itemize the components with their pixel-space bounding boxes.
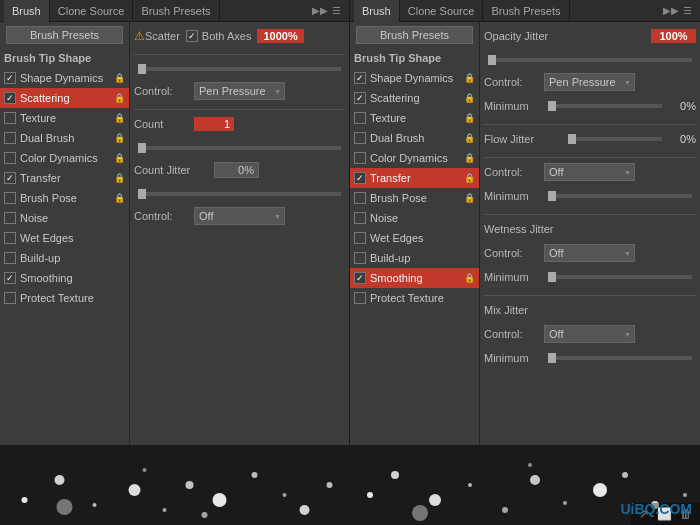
tab-clone-source-left[interactable]: Clone Source (50, 0, 134, 22)
checkbox-color-left[interactable] (4, 152, 16, 164)
shape-dynamics-right[interactable]: Shape Dynamics 🔒 (350, 68, 479, 88)
menu-icon-left[interactable]: ☰ (332, 5, 341, 16)
preset-btn-right[interactable]: Brush Presets (356, 26, 473, 44)
svg-point-17 (468, 483, 472, 487)
control3-row: Control: Off Pen Pressure (484, 243, 696, 263)
expand-icon-left[interactable]: ▶▶ (312, 5, 328, 16)
dual-brush-left[interactable]: Dual Brush 🔒 (0, 128, 129, 148)
noise-left[interactable]: Noise (0, 208, 129, 228)
control-label-right: Control: (484, 76, 544, 88)
brush-tip-shape-left[interactable]: Brush Tip Shape (0, 48, 129, 68)
checkbox-smooth-left[interactable] (4, 272, 16, 284)
brush-pose-left[interactable]: Brush Pose 🔒 (0, 188, 129, 208)
checkbox-shape-right[interactable] (354, 72, 366, 84)
control4-select[interactable]: Off Pen Pressure (544, 325, 635, 343)
buildup-left[interactable]: Build-up (0, 248, 129, 268)
count-jitter-input[interactable] (214, 162, 259, 178)
opacity-slider[interactable] (488, 58, 692, 62)
checkbox-noise-left[interactable] (4, 212, 16, 224)
checkbox-protect-right[interactable] (354, 292, 366, 304)
color-dynamics-left[interactable]: Color Dynamics 🔒 (0, 148, 129, 168)
checkbox-texture-right[interactable] (354, 112, 366, 124)
wetness-row: Wetness Jitter (484, 219, 696, 239)
checkbox-buildup-left[interactable] (4, 252, 16, 264)
tab-brush-left[interactable]: Brush (4, 0, 50, 22)
noise-right[interactable]: Noise (350, 208, 479, 228)
wet-edges-left[interactable]: Wet Edges (0, 228, 129, 248)
minimum2-slider[interactable] (548, 194, 692, 198)
shape-dynamics-left[interactable]: Shape Dynamics 🔒 (0, 68, 129, 88)
checkbox-buildup-right[interactable] (354, 252, 366, 264)
checkbox-color-right[interactable] (354, 152, 366, 164)
protect-texture-left[interactable]: Protect Texture (0, 288, 129, 308)
minimum3-slider[interactable] (548, 275, 692, 279)
wet-edges-right[interactable]: Wet Edges (350, 228, 479, 248)
transfer-left[interactable]: Transfer 🔒 (0, 168, 129, 188)
control2-select-wrapper-left: Off Pen Pressure (194, 207, 285, 225)
svg-point-22 (622, 472, 628, 478)
tab-brush-presets-right[interactable]: Brush Presets (483, 0, 569, 22)
tab-brush-presets-left[interactable]: Brush Presets (133, 0, 219, 22)
count-input[interactable] (194, 117, 234, 131)
expand-icon-right[interactable]: ▶▶ (663, 5, 679, 16)
checkbox-pose-left[interactable] (4, 192, 16, 204)
checkbox-scatter-right[interactable] (354, 92, 366, 104)
minimum4-slider[interactable] (548, 356, 692, 360)
opacity-jitter-label: Opacity Jitter (484, 30, 651, 42)
both-axes-label: Both Axes (202, 30, 252, 42)
checkbox-wet-left[interactable] (4, 232, 16, 244)
checkbox-dual-left[interactable] (4, 132, 16, 144)
control-select-right[interactable]: Pen Pressure Off (544, 73, 635, 91)
svg-point-14 (367, 492, 373, 498)
smoothing-right[interactable]: Smoothing 🔒 (350, 268, 479, 288)
checkbox-noise-right[interactable] (354, 212, 366, 224)
control4-label: Control: (484, 328, 544, 340)
buildup-right[interactable]: Build-up (350, 248, 479, 268)
wetness-label: Wetness Jitter (484, 223, 554, 235)
smoothing-left[interactable]: Smoothing (0, 268, 129, 288)
count-slider[interactable] (138, 146, 341, 150)
control2-select-left[interactable]: Off Pen Pressure (194, 207, 285, 225)
checkbox-wet-right[interactable] (354, 232, 366, 244)
checkbox-protect-left[interactable] (4, 292, 16, 304)
flow-jitter-slider[interactable] (568, 137, 662, 141)
preset-btn-left[interactable]: Brush Presets (6, 26, 123, 44)
count-jitter-slider[interactable] (138, 192, 341, 196)
checkbox-dual-right[interactable] (354, 132, 366, 144)
checkbox-pose-right[interactable] (354, 192, 366, 204)
color-dynamics-right[interactable]: Color Dynamics 🔒 (350, 148, 479, 168)
control-select-left[interactable]: Pen Pressure Off (194, 82, 285, 100)
checkbox-texture-left[interactable] (4, 112, 16, 124)
minimum-row: Minimum 0% (484, 96, 696, 116)
brush-pose-right[interactable]: Brush Pose 🔒 (350, 188, 479, 208)
checkbox-transfer-left[interactable] (4, 172, 16, 184)
transfer-right[interactable]: Transfer 🔒 (350, 168, 479, 188)
minimum-slider[interactable] (548, 104, 662, 108)
lock-scatter-right: 🔒 (464, 93, 475, 103)
texture-right[interactable]: Texture 🔒 (350, 108, 479, 128)
tab-clone-source-right[interactable]: Clone Source (400, 0, 484, 22)
scattering-right[interactable]: Scattering 🔒 (350, 88, 479, 108)
minimum3-row: Minimum (484, 267, 696, 287)
lock-color-right: 🔒 (464, 153, 475, 163)
texture-left[interactable]: Texture 🔒 (0, 108, 129, 128)
lock-shape-left: 🔒 (114, 73, 125, 83)
mix-row: Mix Jitter (484, 300, 696, 320)
both-axes-check[interactable] (186, 30, 198, 42)
scatter-slider[interactable] (138, 67, 341, 71)
tab-brush-right[interactable]: Brush (354, 0, 400, 22)
control2-select-right[interactable]: Off Pen Pressure (544, 163, 635, 181)
checkbox-transfer-right[interactable] (354, 172, 366, 184)
checkbox-shape-left[interactable] (4, 72, 16, 84)
control3-select[interactable]: Off Pen Pressure (544, 244, 635, 262)
dual-brush-right[interactable]: Dual Brush 🔒 (350, 128, 479, 148)
protect-texture-right[interactable]: Protect Texture (350, 288, 479, 308)
scattering-left[interactable]: Scattering 🔒 (0, 88, 129, 108)
lock-smooth-right: 🔒 (464, 273, 475, 283)
checkbox-scatter-left[interactable] (4, 92, 16, 104)
checkbox-smooth-right[interactable] (354, 272, 366, 284)
control2-label-left: Control: (134, 210, 194, 222)
menu-icon-right[interactable]: ☰ (683, 5, 692, 16)
svg-point-9 (300, 505, 310, 515)
brush-tip-shape-right[interactable]: Brush Tip Shape (350, 48, 479, 68)
